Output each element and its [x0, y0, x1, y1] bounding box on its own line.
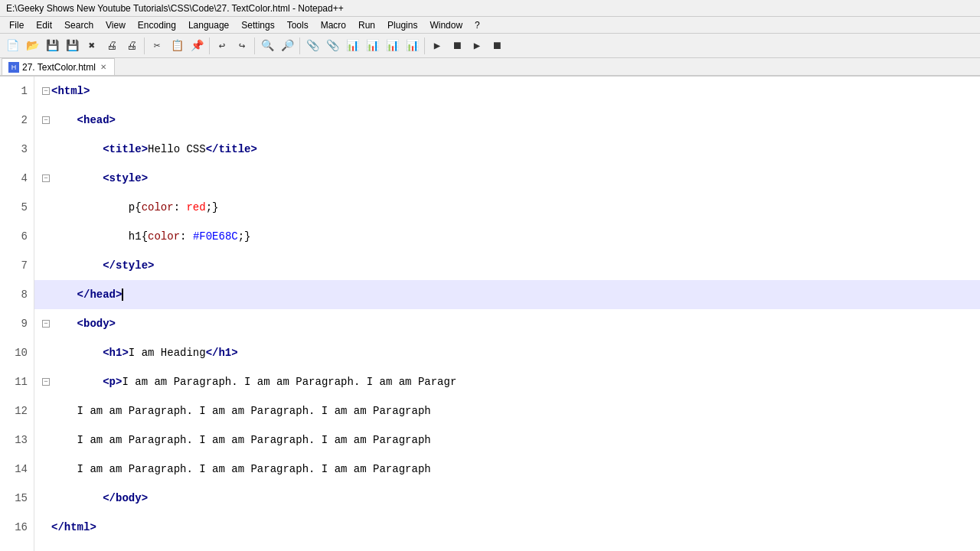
- toolbar-btn-9[interactable]: 📋: [168, 37, 186, 55]
- menu-item-plugins[interactable]: Plugins: [381, 18, 423, 32]
- line-number-9: 9: [0, 309, 34, 338]
- fold-col-4[interactable]: −: [41, 174, 51, 182]
- code-area[interactable]: −<html>− <head> <title>Hello CSS</title>…: [34, 77, 980, 551]
- fold-col-1[interactable]: −: [41, 87, 51, 95]
- code-content-2: <head>: [51, 114, 116, 126]
- toolbar-btn-16[interactable]: 🔎: [278, 37, 296, 55]
- line-number-10: 10: [0, 338, 34, 367]
- line-number-12: 12: [0, 396, 34, 425]
- toolbar-btn-26[interactable]: ⏹: [448, 37, 466, 55]
- line-number-16: 16: [0, 513, 34, 542]
- menu-item-tools[interactable]: Tools: [281, 18, 315, 32]
- code-line-11[interactable]: − <p>I am am Paragraph. I am am Paragrap…: [34, 367, 980, 396]
- toolbar-btn-19[interactable]: 📎: [323, 37, 341, 55]
- code-content-12: I am am Paragraph. I am am Paragraph. I …: [51, 405, 431, 417]
- menu-item-encoding[interactable]: Encoding: [132, 18, 182, 32]
- line-number-8: 8: [0, 280, 34, 309]
- line-number-5: 5: [0, 193, 34, 222]
- toolbar-separator: [424, 37, 425, 54]
- code-content-7: </style>: [51, 259, 154, 272]
- tab-close-button[interactable]: ✕: [99, 62, 108, 72]
- line-number-2: 2: [0, 106, 34, 135]
- tab-textcolor[interactable]: H 27. TextColor.html ✕: [2, 58, 115, 75]
- code-content-16: </html>: [51, 521, 96, 533]
- toolbar-btn-18[interactable]: 📎: [303, 37, 322, 55]
- toolbar-btn-4[interactable]: ✖: [83, 37, 101, 55]
- toolbar-btn-1[interactable]: 📂: [23, 37, 41, 55]
- code-line-10[interactable]: <h1>I am Heading</h1>: [34, 338, 980, 367]
- fold-col-2[interactable]: −: [41, 116, 51, 124]
- fold-col-9[interactable]: −: [41, 320, 51, 328]
- code-line-14[interactable]: I am am Paragraph. I am am Paragraph. I …: [34, 455, 980, 484]
- code-content-14: I am am Paragraph. I am am Paragraph. I …: [51, 463, 431, 475]
- code-content-4: <style>: [51, 172, 148, 184]
- line-number-14: 14: [0, 455, 34, 484]
- code-line-6[interactable]: h1{color: #F0E68C;}: [34, 222, 980, 251]
- menu-item-file[interactable]: File: [3, 18, 30, 32]
- fold-col-11[interactable]: −: [41, 378, 51, 386]
- code-content-15: </body>: [51, 492, 148, 504]
- code-content-1: <html>: [51, 85, 90, 97]
- line-number-13: 13: [0, 425, 34, 455]
- code-line-9[interactable]: − <body>: [34, 309, 980, 338]
- toolbar-btn-28[interactable]: ⏹: [488, 37, 506, 55]
- fold-box-2[interactable]: −: [42, 116, 50, 124]
- menu-item-edit[interactable]: Edit: [30, 18, 58, 32]
- line-number-15: 15: [0, 484, 34, 513]
- line-numbers: 12345678910111213141516: [0, 77, 34, 551]
- line-number-11: 11: [0, 367, 34, 396]
- toolbar-btn-15[interactable]: 🔍: [258, 37, 276, 55]
- fold-box-4[interactable]: −: [42, 174, 50, 182]
- fold-box-1[interactable]: −: [42, 87, 50, 95]
- toolbar-btn-3[interactable]: 💾: [63, 37, 81, 55]
- code-line-13[interactable]: I am am Paragraph. I am am Paragraph. I …: [34, 425, 980, 455]
- toolbar-btn-8[interactable]: ✂: [148, 37, 166, 55]
- code-content-13: I am am Paragraph. I am am Paragraph. I …: [51, 434, 431, 446]
- menu-item-macro[interactable]: Macro: [315, 18, 352, 32]
- code-content-5: p{color: red;}: [51, 201, 219, 214]
- toolbar-btn-23[interactable]: 📊: [403, 37, 421, 55]
- menu-item-search[interactable]: Search: [58, 18, 100, 32]
- menu-item-window[interactable]: Window: [423, 18, 469, 32]
- toolbar-btn-2[interactable]: 💾: [43, 37, 61, 55]
- code-line-16[interactable]: </html>: [34, 513, 980, 542]
- toolbar-btn-22[interactable]: 📊: [383, 37, 401, 55]
- line-number-4: 4: [0, 164, 34, 193]
- toolbar-btn-6[interactable]: 🖨: [122, 37, 141, 55]
- code-line-15[interactable]: </body>: [34, 484, 980, 513]
- toolbar-btn-21[interactable]: 📊: [363, 37, 381, 55]
- menu-item-run[interactable]: Run: [352, 18, 381, 32]
- code-line-2[interactable]: − <head>: [34, 106, 980, 135]
- tabbar: H 27. TextColor.html ✕: [0, 58, 980, 77]
- toolbar-separator: [209, 37, 210, 54]
- toolbar-btn-25[interactable]: ▶: [428, 37, 446, 55]
- toolbar-btn-10[interactable]: 📌: [188, 37, 206, 55]
- code-line-1[interactable]: −<html>: [34, 77, 980, 106]
- toolbar-btn-13[interactable]: ↪: [233, 37, 251, 55]
- code-content-10: <h1>I am Heading</h1>: [51, 347, 238, 359]
- code-line-7[interactable]: </style>: [34, 251, 980, 280]
- code-line-4[interactable]: − <style>: [34, 164, 980, 193]
- code-content-3: <title>Hello CSS</title>: [51, 143, 257, 155]
- fold-box-9[interactable]: −: [42, 320, 50, 328]
- menu-item-settings[interactable]: Settings: [235, 18, 280, 32]
- toolbar-btn-0[interactable]: 📄: [3, 37, 21, 55]
- tab-icon: H: [8, 62, 19, 73]
- menu-item-view[interactable]: View: [100, 18, 132, 32]
- code-content-8: </head>: [51, 289, 122, 301]
- code-content-9: <body>: [51, 318, 116, 330]
- toolbar-btn-5[interactable]: 🖨: [103, 37, 121, 55]
- toolbar-btn-12[interactable]: ↩: [213, 37, 231, 55]
- toolbar-separator: [254, 37, 255, 54]
- code-line-5[interactable]: p{color: red;}: [34, 193, 980, 222]
- code-line-3[interactable]: <title>Hello CSS</title>: [34, 135, 980, 164]
- fold-box-11[interactable]: −: [42, 378, 50, 386]
- toolbar-btn-20[interactable]: 📊: [343, 37, 361, 55]
- code-line-8[interactable]: </head>: [34, 280, 980, 309]
- menu-item-language[interactable]: Language: [182, 18, 235, 32]
- toolbar-btn-27[interactable]: ▶: [468, 37, 486, 55]
- menu-item-?[interactable]: ?: [469, 18, 486, 32]
- code-line-12[interactable]: I am am Paragraph. I am am Paragraph. I …: [34, 396, 980, 425]
- code-content-6: h1{color: #F0E68C;}: [51, 230, 251, 243]
- code-content-11: <p>I am am Paragraph. I am am Paragraph.…: [51, 376, 456, 388]
